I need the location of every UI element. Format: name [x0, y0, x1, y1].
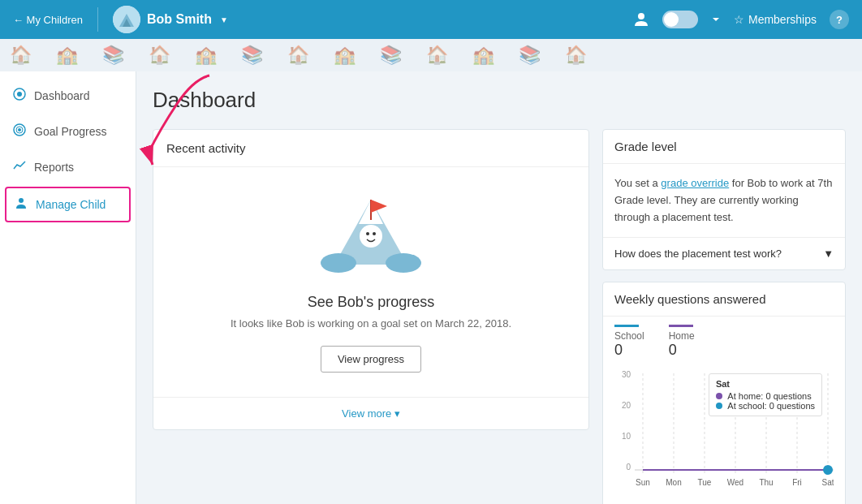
- home-dot-icon: [716, 393, 722, 399]
- header-left: ← My Children Bob Smith ▼: [13, 6, 228, 33]
- school-legend: School 0: [614, 325, 644, 359]
- tooltip-school-label: At school:: [727, 401, 766, 411]
- sidebar-item-dashboard[interactable]: Dashboard: [0, 78, 136, 114]
- avatar: [113, 6, 140, 33]
- chart-area: Sat At home: 0 questions At school: 0 q: [614, 365, 834, 495]
- dropdown-caret-icon[interactable]: ▼: [220, 15, 228, 24]
- sidebar: Dashboard Goal Progress Reports: [0, 71, 136, 504]
- goal-progress-icon: [13, 123, 26, 140]
- svg-point-6: [18, 128, 21, 131]
- grade-level-body: You set a grade override for Bob to work…: [603, 164, 845, 237]
- svg-text:Mon: Mon: [666, 478, 681, 487]
- svg-point-3: [17, 92, 22, 97]
- placement-dropdown[interactable]: How does the placement test work? ▼: [603, 237, 845, 269]
- tooltip-home-label: At home:: [727, 391, 763, 401]
- chart-container: Sat At home: 0 questions At school: 0 q: [603, 365, 845, 503]
- watermark-icon: 🏫: [195, 45, 217, 66]
- toggle-knob: [664, 12, 679, 27]
- svg-text:10: 10: [622, 432, 631, 441]
- placement-caret-icon: ▼: [823, 248, 834, 260]
- tooltip-home-value: 0 questions: [765, 391, 811, 401]
- weekly-legend: School 0 Home 0: [603, 317, 845, 359]
- svg-text:30: 30: [622, 370, 631, 379]
- header-divider: [97, 7, 98, 32]
- svg-text:Wed: Wed: [727, 478, 743, 487]
- watermark-icon: 🏠: [426, 45, 448, 66]
- svg-point-37: [823, 465, 833, 475]
- header-user: Bob Smith ▼: [113, 6, 228, 33]
- memberships-button[interactable]: ☆ Memberships: [734, 13, 817, 26]
- svg-point-17: [386, 253, 421, 273]
- dropdown-toggle[interactable]: [711, 15, 721, 24]
- right-panel: Grade level You set a grade override for…: [602, 129, 846, 504]
- tooltip-school: At school: 0 questions: [716, 401, 815, 411]
- watermark-icon: 🏠: [149, 45, 170, 66]
- activity-title: See Bob's progress: [308, 294, 435, 311]
- watermark-icon: 🏫: [334, 45, 356, 66]
- grade-level-header: Grade level: [603, 130, 845, 164]
- app-header: ← My Children Bob Smith ▼: [0, 0, 862, 39]
- view-more-link[interactable]: View more ▾: [153, 397, 588, 429]
- app-layout: Dashboard Goal Progress Reports: [0, 71, 862, 504]
- sidebar-label-goal-progress: Goal Progress: [34, 125, 106, 138]
- school-dot-icon: [716, 403, 722, 409]
- watermark-row: 🏠 🏫 📚 🏠 🏫 📚 🏠 🏫 📚 🏠 🏫 📚 🏠: [0, 39, 862, 71]
- watermark-icon: 🏠: [10, 45, 32, 66]
- sidebar-item-manage-child[interactable]: Manage Child: [5, 187, 131, 222]
- sidebar-label-manage-child: Manage Child: [36, 198, 106, 211]
- watermark-icon: 📚: [380, 45, 402, 66]
- svg-point-7: [19, 198, 24, 203]
- help-button[interactable]: ?: [830, 10, 849, 29]
- svg-point-16: [321, 253, 356, 273]
- school-value: 0: [614, 342, 623, 359]
- svg-text:Tue: Tue: [698, 478, 712, 487]
- svg-point-13: [360, 225, 382, 248]
- grade-body-text1: You set a: [614, 177, 658, 189]
- grade-level-card: Grade level You set a grade override for…: [602, 129, 846, 270]
- svg-text:20: 20: [622, 401, 631, 410]
- svg-text:0: 0: [626, 463, 631, 472]
- sidebar-item-goal-progress[interactable]: Goal Progress: [0, 114, 136, 149]
- tooltip-title: Sat: [716, 379, 815, 389]
- svg-marker-12: [371, 200, 387, 213]
- placement-question-label: How does the placement test work?: [614, 248, 782, 260]
- activity-content: See Bob's progress It looks like Bob is …: [153, 167, 588, 397]
- school-line: [614, 325, 639, 327]
- watermark-icon: 📚: [519, 45, 541, 66]
- toggle-switch[interactable]: [662, 11, 698, 28]
- chart-tooltip: Sat At home: 0 questions At school: 0 q: [709, 373, 822, 416]
- svg-point-1: [638, 13, 644, 19]
- school-label: School: [614, 330, 644, 342]
- svg-text:Thu: Thu: [759, 478, 773, 487]
- header-username[interactable]: Bob Smith: [147, 12, 212, 27]
- mountain-illustration: [318, 192, 424, 281]
- home-value: 0: [669, 342, 677, 359]
- grade-override-link[interactable]: grade override: [661, 177, 729, 189]
- left-panel: Recent activity: [153, 129, 589, 504]
- dashboard-icon: [13, 88, 26, 104]
- watermark-icon: 🏠: [565, 45, 587, 66]
- watermark-icon: 📚: [241, 45, 263, 66]
- content-grid: Recent activity: [153, 129, 846, 504]
- page-title: Dashboard: [153, 88, 846, 113]
- tooltip-school-value: 0 questions: [769, 401, 815, 411]
- tooltip-home: At home: 0 questions: [716, 391, 815, 401]
- user-icon-button[interactable]: [633, 11, 649, 28]
- view-more-caret-icon: ▾: [394, 407, 400, 420]
- watermark-icon: 🏫: [472, 45, 494, 66]
- view-progress-button[interactable]: View progress: [321, 346, 421, 373]
- reports-icon: [13, 159, 26, 175]
- sidebar-label-dashboard: Dashboard: [34, 89, 90, 102]
- sidebar-label-reports: Reports: [34, 161, 74, 174]
- watermark-icon: 🏠: [287, 45, 309, 66]
- weekly-questions-card: Weekly questions answered School 0 Home …: [602, 282, 846, 504]
- watermark-icon: 📚: [102, 45, 124, 66]
- svg-text:Fri: Fri: [792, 478, 802, 487]
- main-content: Dashboard Recent activity: [136, 71, 862, 504]
- back-to-children-link[interactable]: ← My Children: [13, 14, 83, 26]
- sidebar-item-reports[interactable]: Reports: [0, 149, 136, 185]
- header-right: ☆ Memberships ?: [633, 10, 849, 29]
- manage-child-icon: [15, 196, 28, 213]
- home-line: [669, 325, 693, 327]
- svg-text:Sun: Sun: [636, 478, 650, 487]
